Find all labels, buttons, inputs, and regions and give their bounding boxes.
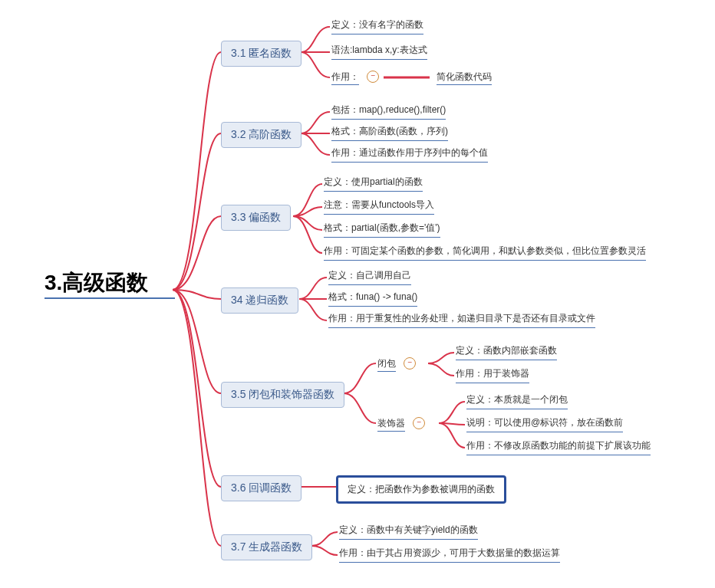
leaf-3-3-2: 格式：partial(函数,参数='值') [324, 222, 440, 238]
node-3-4[interactable]: 34 递归函数 [221, 287, 298, 314]
leaf-3-2-0: 包括：map(),reduce(),filter() [331, 103, 446, 120]
leaf-3-4-1: 格式：funa() -> funa() [328, 291, 417, 307]
node-3-5[interactable]: 3.5 闭包和装饰器函数 [221, 382, 344, 408]
leaf-3-5-1-1: 说明：可以使用@标识符，放在函数前 [466, 416, 623, 432]
leaf-3-3-3: 作用：可固定某个函数的参数，简化调用，和默认参数类似，但比位置参数灵活 [324, 245, 646, 261]
leaf-3-5-0-0: 定义：函数内部嵌套函数 [456, 344, 557, 360]
leaf-3-7-0: 定义：函数中有关键字yield的函数 [339, 524, 478, 540]
leaf-3-3-0: 定义：使用partial的函数 [324, 176, 423, 192]
node-3-1[interactable]: 3.1 匿名函数 [221, 41, 301, 67]
leaf-3-5-0-1: 作用：用于装饰器 [456, 367, 529, 383]
node-3-6[interactable]: 3.6 回调函数 [221, 475, 301, 501]
leaf-3-1-2-rest: 简化函数代码 [437, 71, 492, 85]
node-3-7[interactable]: 3.7 生成器函数 [221, 534, 312, 560]
leaf-3-5-1-0: 定义：本质就是一个闭包 [466, 393, 568, 409]
collapse-icon[interactable]: − [404, 357, 416, 370]
leaf-3-1-0: 定义：没有名字的函数 [331, 18, 423, 34]
root-node[interactable]: 3.高级函数 [44, 268, 175, 299]
leaf-3-2-1: 格式：高阶函数(函数，序列) [331, 125, 448, 141]
leaf-3-4-2: 作用：用于重复性的业务处理，如递归目录下是否还有目录或文件 [328, 312, 595, 328]
collapse-icon[interactable]: − [413, 417, 425, 429]
leaf-3-2-2: 作用：通过函数作用于序列中的每个值 [331, 146, 488, 163]
node-3-3[interactable]: 3.3 偏函数 [221, 205, 291, 231]
leaf-3-1-1: 语法:lambda x,y:表达式 [331, 44, 427, 60]
node-3-5-sub-0[interactable]: 闭包 − [377, 356, 420, 370]
leaf-3-5-1-2: 作用：不修改原函数功能的前提下扩展该功能 [466, 439, 651, 455]
leaf-3-1-2-prefix: 作用： [331, 71, 359, 85]
leaf-3-6-boxed[interactable]: 定义：把函数作为参数被调用的函数 [336, 475, 506, 504]
leaf-3-4-0: 定义：自己调用自己 [328, 269, 411, 285]
collapse-icon[interactable]: − [367, 71, 379, 83]
leaf-3-1-2-row: 作用： − 简化函数代码 [331, 69, 492, 84]
node-3-2[interactable]: 3.2 高阶函数 [221, 122, 301, 148]
node-3-5-sub-1[interactable]: 装饰器 − [377, 416, 430, 430]
leaf-3-3-1: 注意：需要从functools导入 [324, 199, 434, 215]
leaf-3-7-1: 作用：由于其占用资源少，可用于大数据量的数据运算 [339, 547, 560, 563]
